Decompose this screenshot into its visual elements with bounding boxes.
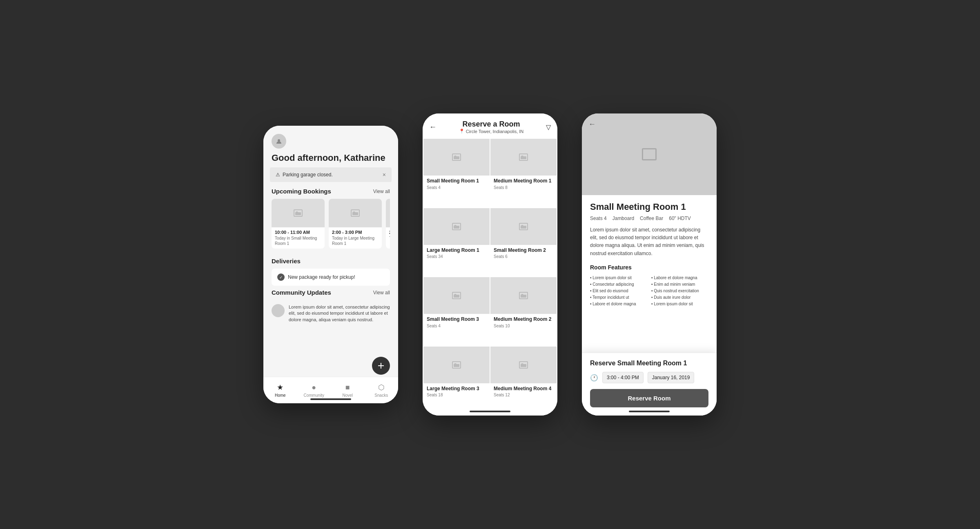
room-name-3: Small Meeting Room 2 <box>494 247 553 254</box>
clock-icon: 🕐 <box>590 374 598 382</box>
deliveries-title: Deliveries <box>272 258 301 264</box>
alert-banner: ⚠ Parking garage closed. × <box>270 167 392 182</box>
booking-card-1[interactable]: 10:00 - 11:00 AM Today in Small Meeting … <box>272 199 325 249</box>
back-button[interactable]: ← <box>429 123 437 131</box>
nav-snacks-label: Snacks <box>374 393 388 398</box>
community-title: Community Updates <box>272 289 331 296</box>
room-name-1: Medium Meeting Room 1 <box>494 178 553 184</box>
deliveries-list: ✓ New package ready for pickup! <box>272 269 390 286</box>
home-indicator-2 <box>470 411 510 412</box>
feature-2-5: • Lorem ipsum dolor sit <box>651 301 708 307</box>
detail-back-button[interactable]: ← <box>588 120 596 129</box>
home-icon: ★ <box>277 383 283 392</box>
nav-novel-label: Novel <box>342 393 353 398</box>
page-title: Reserve a Room <box>459 120 524 129</box>
room-seats-0: Seats 4 <box>427 185 486 190</box>
room-amenities: Seats 4 Jamboard Coffee Bar 60" HDTV <box>590 216 708 221</box>
delivery-item[interactable]: ✓ New package ready for pickup! <box>272 269 390 286</box>
greeting: Good afternoon, Katharine <box>272 153 385 163</box>
room-card-6[interactable]: Large Meeting Room 3 Seats 18 <box>423 347 490 415</box>
reserve-room-button[interactable]: Reserve Room <box>590 389 708 407</box>
room-name-0: Small Meeting Room 1 <box>427 178 486 184</box>
home-indicator-3 <box>629 411 670 412</box>
hero-placeholder-icon <box>642 148 657 160</box>
reserve-date-badge[interactable]: January 16, 2019 <box>648 372 695 383</box>
booking-time-3: 2:0 <box>389 230 390 235</box>
reserve-time-row: 🕐 3:00 - 4:00 PM January 16, 2019 <box>590 372 708 383</box>
location-pin-icon: 📍 <box>459 129 465 134</box>
booking-img-1 <box>272 199 325 227</box>
phone-room-detail: ← Small Meeting Room 1 Seats 4 Jamboard … <box>582 113 717 416</box>
room-card-3[interactable]: Small Meeting Room 2 Seats 6 <box>490 208 557 277</box>
alert-icon: ⚠ <box>276 172 280 178</box>
community-section: Community Updates View all Lorem ipsum d… <box>263 289 398 331</box>
feature-2-4: • Duis aute irure dolor <box>651 294 708 301</box>
home-indicator <box>310 398 351 400</box>
nav-snacks[interactable]: ⬡ Snacks <box>365 377 399 403</box>
room-seats-4: Seats 4 <box>427 324 486 328</box>
reserve-time-badge[interactable]: 3:00 - 4:00 PM <box>602 372 644 383</box>
room-img-6 <box>423 347 490 383</box>
fab-button[interactable] <box>372 357 390 375</box>
amenity-jamboard: Jamboard <box>612 216 634 221</box>
booking-card-3[interactable]: 2:0 Tomo... Meet... <box>386 199 390 249</box>
alert-text: Parking garage closed. <box>283 172 333 178</box>
home-header: Good afternoon, Katharine <box>263 126 398 167</box>
feature-2-1: • Labore et dolore magna <box>651 275 708 281</box>
amenity-seats: Seats 4 <box>590 216 607 221</box>
room-seats-5: Seats 10 <box>494 324 553 328</box>
features-col-2: • Labore et dolore magna • Enim ad minim… <box>651 275 708 307</box>
reserve-bottom-sheet: Reserve Small Meeting Room 1 🕐 3:00 - 4:… <box>582 353 717 416</box>
booking-card-2[interactable]: 2:00 - 3:00 PM Today in Large Meeting Ro… <box>329 199 382 249</box>
room-card-2[interactable]: Large Meeting Room 1 Seats 34 <box>423 208 490 277</box>
room-img-0 <box>423 139 490 176</box>
alert-close-button[interactable]: × <box>383 171 386 178</box>
feature-1-2: • Consectetur adipiscing <box>590 281 647 288</box>
location-label: 📍 Circle Tower, Indianapolis, IN <box>459 129 524 134</box>
nav-home-label: Home <box>275 393 286 398</box>
room-card-4[interactable]: Small Meeting Room 3 Seats 4 <box>423 277 490 346</box>
room-card-7[interactable]: Medium Meeting Room 4 Seats 12 <box>490 347 557 415</box>
room-seats-6: Seats 18 <box>427 393 486 397</box>
bookings-list: 10:00 - 11:00 AM Today in Small Meeting … <box>272 199 390 249</box>
features-grid: • Lorem ipsum dolor sit • Consectetur ad… <box>590 275 708 307</box>
booking-img-2 <box>329 199 382 227</box>
room-name-6: Large Meeting Room 3 <box>427 386 486 392</box>
booking-time-1: 10:00 - 11:00 AM <box>275 230 321 235</box>
room-img-3 <box>490 208 557 245</box>
room-img-5 <box>490 277 557 314</box>
room-img-1 <box>490 139 557 176</box>
room-seats-7: Seats 12 <box>494 393 553 397</box>
room-detail-name: Small Meeting Room 1 <box>590 202 708 212</box>
room-card-0[interactable]: Small Meeting Room 1 Seats 4 <box>423 139 490 207</box>
room-card-1[interactable]: Medium Meeting Room 1 Seats 8 <box>490 139 557 207</box>
community-post-text: Lorem ipsum dolor sit amet, consectetur … <box>289 304 390 323</box>
nav-community-label: Community <box>303 393 324 398</box>
room-detail-content: Small Meeting Room 1 Seats 4 Jamboard Co… <box>582 195 717 353</box>
filter-button[interactable]: ▽ <box>546 123 551 131</box>
features-title: Room Features <box>590 264 708 271</box>
room-name-4: Small Meeting Room 3 <box>427 316 486 323</box>
feature-2-3: • Quis nostrud exercitation <box>651 288 708 294</box>
bookings-section: Upcoming Bookings View all 10:00 - 11:00… <box>263 182 398 252</box>
nav-home[interactable]: ★ Home <box>263 377 297 403</box>
bookings-title: Upcoming Bookings <box>272 188 331 195</box>
room-seats-3: Seats 6 <box>494 254 553 259</box>
bookings-view-all[interactable]: View all <box>373 189 390 194</box>
room-card-5[interactable]: Medium Meeting Room 2 Seats 10 <box>490 277 557 346</box>
room-list-header: ← Reserve a Room 📍 Circle Tower, Indiana… <box>423 113 557 138</box>
rooms-grid: Small Meeting Room 1 Seats 4 Medium Meet… <box>423 138 557 416</box>
room-name-2: Large Meeting Room 1 <box>427 247 486 254</box>
reserve-sheet-title: Reserve Small Meeting Room 1 <box>590 360 708 367</box>
community-post[interactable]: Lorem ipsum dolor sit amet, consectetur … <box>272 300 390 327</box>
room-name-7: Medium Meeting Room 4 <box>494 386 553 392</box>
room-img-4 <box>423 277 490 314</box>
room-hero-image: ← <box>582 113 717 195</box>
booking-loc-3: Tomo... Meet... <box>389 236 390 241</box>
feature-1-1: • Lorem ipsum dolor sit <box>590 275 647 281</box>
avatar[interactable] <box>272 134 286 149</box>
features-col-1: • Lorem ipsum dolor sit • Consectetur ad… <box>590 275 647 307</box>
feature-1-3: • Elit sed do eiusmod <box>590 288 647 294</box>
community-view-all[interactable]: View all <box>373 290 390 296</box>
community-avatar <box>272 304 285 317</box>
